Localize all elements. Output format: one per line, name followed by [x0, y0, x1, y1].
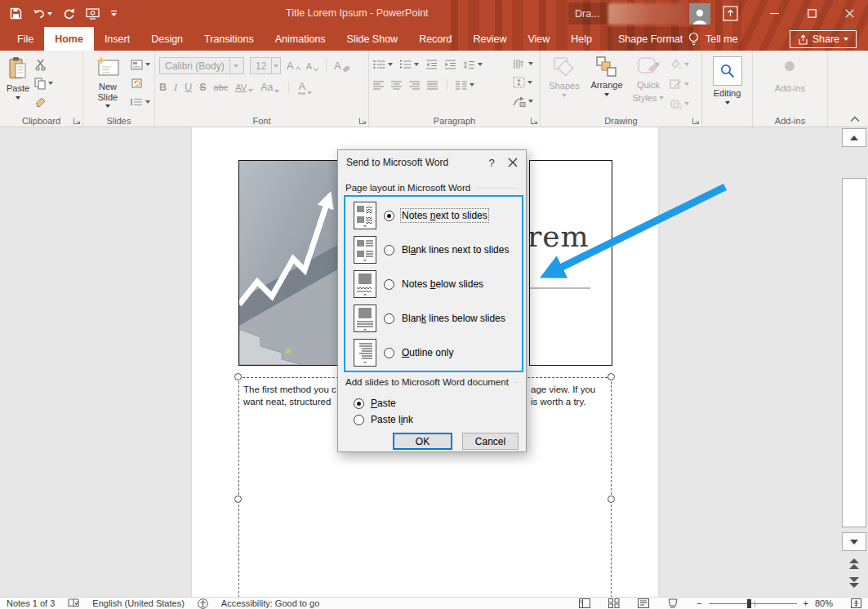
drawing-dialog-launcher[interactable] — [692, 117, 700, 125]
ribbon-display-options-button[interactable] — [722, 5, 739, 22]
clear-formatting-button[interactable]: A — [334, 60, 349, 72]
zoom-in-button[interactable]: + — [803, 598, 808, 608]
zoom-slider[interactable] — [709, 599, 797, 608]
slide-counter[interactable]: Notes 1 of 3 — [7, 598, 55, 608]
section-button[interactable] — [131, 95, 150, 109]
font-name-select[interactable]: Calibri (Body) — [159, 57, 244, 74]
shape-effects-button[interactable] — [670, 96, 689, 111]
convert-smartart-button[interactable] — [513, 94, 533, 109]
font-color-button[interactable]: A — [298, 80, 312, 95]
dialog-help-button[interactable]: ? — [482, 157, 501, 169]
option-blank-lines-below-slides[interactable]: Blank lines below slides — [354, 301, 517, 336]
text-direction-button[interactable] — [513, 56, 533, 71]
copy-button[interactable] — [34, 76, 53, 91]
italic-button[interactable]: I — [174, 82, 177, 94]
qat-customize-button[interactable] — [110, 10, 118, 17]
font-dialog-launcher[interactable] — [358, 117, 367, 125]
cut-button[interactable] — [34, 57, 53, 72]
maximize-button[interactable] — [793, 0, 830, 27]
shape-outline-button[interactable] — [670, 77, 689, 91]
tab-home[interactable]: Home — [44, 27, 94, 51]
next-slide-button[interactable] — [845, 574, 863, 590]
previous-slide-button[interactable] — [845, 555, 863, 571]
tab-transitions[interactable]: Transitions — [194, 27, 265, 51]
reset-button[interactable] — [131, 76, 150, 91]
selection-handle-mid-left[interactable] — [234, 496, 242, 503]
radio-blank-lines-next-to-slides[interactable] — [384, 245, 394, 256]
option-paste[interactable]: Paste — [354, 396, 396, 411]
strikethrough-button[interactable]: abc — [214, 82, 229, 92]
dialog-titlebar[interactable]: Send to Microsoft Word ? — [338, 150, 526, 175]
tab-record[interactable]: Record — [408, 27, 462, 51]
tab-insert[interactable]: Insert — [94, 27, 140, 51]
tab-shape-format[interactable]: Shape Format — [608, 27, 693, 51]
normal-view-icon[interactable] — [579, 598, 590, 608]
start-from-beginning-button[interactable] — [86, 8, 100, 20]
undo-button[interactable] — [33, 8, 52, 19]
clipboard-dialog-launcher[interactable] — [73, 117, 81, 125]
radio-notes-next-to-slides[interactable] — [384, 211, 394, 221]
underline-button[interactable]: U — [185, 82, 192, 93]
arrange-button[interactable]: Arrange — [586, 55, 627, 113]
change-case-button[interactable]: Aa — [260, 82, 279, 93]
option-notes-next-to-slides[interactable]: Notes next to slides — [354, 198, 517, 233]
tell-me[interactable]: Tell me — [688, 27, 738, 51]
cancel-button[interactable]: Cancel — [462, 433, 519, 450]
repeat-button[interactable] — [63, 7, 75, 20]
character-spacing-button[interactable]: AV — [235, 82, 253, 92]
decrease-indent-button[interactable] — [425, 57, 438, 72]
option-notes-below-slides[interactable]: Notes below slides — [354, 267, 517, 301]
line-spacing-button[interactable] — [463, 57, 483, 72]
tab-file[interactable]: File — [7, 27, 44, 51]
scroll-up-button[interactable] — [842, 128, 866, 147]
paragraph-dialog-launcher[interactable] — [530, 117, 538, 125]
quick-styles-button[interactable]: Quick Styles — [630, 55, 667, 113]
shrink-font-button[interactable]: A — [306, 61, 318, 71]
editing-button[interactable]: Editing — [710, 55, 745, 113]
align-text-button[interactable] — [513, 75, 533, 90]
accessibility-status[interactable]: Accessibility: Good to go — [221, 598, 319, 608]
undo-dropdown-icon[interactable] — [47, 12, 52, 16]
search-badge[interactable]: Dra... — [568, 2, 607, 24]
tab-review[interactable]: Review — [462, 27, 517, 51]
slide-title-box[interactable]: rem — [529, 160, 612, 366]
zoom-slider-handle[interactable] — [747, 599, 751, 608]
zoom-out-button[interactable]: − — [697, 598, 701, 608]
collapse-ribbon-button[interactable] — [850, 116, 860, 122]
accessibility-icon[interactable] — [198, 598, 208, 609]
justify-button[interactable] — [427, 78, 438, 92]
align-left-button[interactable] — [373, 78, 385, 92]
increase-indent-button[interactable] — [444, 57, 456, 72]
reading-view-icon[interactable] — [638, 598, 649, 608]
paste-button[interactable]: Paste — [4, 55, 32, 113]
slide-sorter-icon[interactable] — [608, 598, 620, 608]
option-outline-only[interactable]: Outline only — [354, 336, 517, 370]
ok-button[interactable]: OK — [393, 433, 452, 450]
selection-handle-top-left[interactable] — [234, 373, 242, 380]
zoom-level[interactable]: 80% — [815, 598, 833, 608]
radio-blank-lines-below-slides[interactable] — [384, 313, 394, 324]
selection-handle-mid-right[interactable] — [608, 496, 615, 503]
fit-to-window-icon[interactable] — [851, 598, 861, 608]
shape-fill-button[interactable] — [670, 57, 689, 72]
language-status[interactable]: English (United States) — [92, 598, 185, 608]
addins-button[interactable]: Add-ins — [772, 55, 808, 113]
shapes-button[interactable]: Shapes — [545, 55, 584, 113]
radio-paste-link[interactable] — [354, 415, 364, 425]
bullets-button[interactable] — [373, 57, 393, 72]
text-shadow-button[interactable]: S — [199, 82, 206, 93]
bold-button[interactable]: B — [159, 82, 167, 93]
selection-handle-top-right[interactable] — [608, 373, 615, 380]
new-slide-button[interactable]: New Slide — [87, 55, 128, 113]
tab-design[interactable]: Design — [140, 27, 194, 51]
minimize-button[interactable] — [755, 0, 793, 27]
tab-animations[interactable]: Animations — [265, 27, 336, 51]
radio-paste[interactable] — [354, 398, 364, 409]
layout-button[interactable] — [131, 57, 150, 72]
slide-picture[interactable] — [238, 160, 343, 366]
font-size-select[interactable]: 12 — [250, 57, 281, 74]
scrollbar-thumb[interactable] — [842, 178, 866, 527]
grow-font-button[interactable]: A — [287, 60, 300, 72]
radio-notes-below-slides[interactable] — [384, 279, 394, 290]
align-center-button[interactable] — [391, 78, 403, 92]
